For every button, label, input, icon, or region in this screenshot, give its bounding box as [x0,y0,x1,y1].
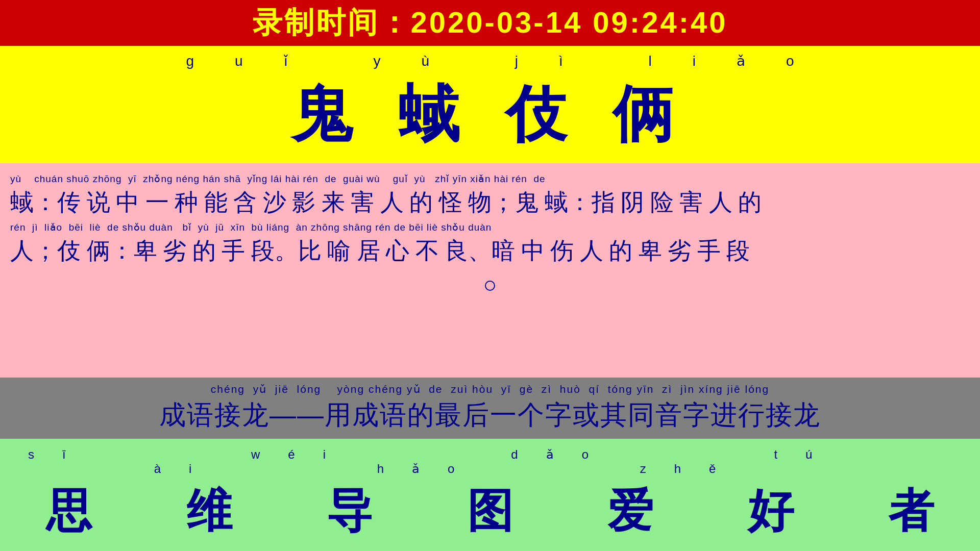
idiom-section: guǐ yù jì liǎo 鬼 蜮 伎 俩 [0,46,980,163]
explanation-section: yù chuán shuō zhōng yī zhǒng néng hán sh… [0,163,980,378]
header-bar: 录制时间：2020-03-14 09:24:40 [0,0,980,46]
jielong-pinyin: chéng yǔ jiē lóng yòng chéng yǔ de zuì h… [211,383,769,395]
bottom-characters: 思 维 导 图 爱 好 者 [5,480,975,542]
explanation-pinyin-line1: yù chuán shuō zhōng yī zhǒng néng hán sh… [10,172,970,186]
explanation-hanzi-line2: 人；伎 俩：卑 劣 的 手 段。比 喻 居 心 不 良、暗 中 伤 人 的 卑 … [10,235,970,267]
idiom-pinyin: guǐ yù jì liǎo [145,53,835,69]
recording-time-title: 录制时间：2020-03-14 09:24:40 [253,3,728,43]
bottom-section: sī wéi dǎo tú ài hǎo zhě 思 维 导 图 爱 好 者 [0,439,980,551]
explanation-pinyin-line2: rén jì liǎo bēi liè de shǒu duàn bǐ yù j… [10,221,970,235]
idiom-characters: 鬼 蜮 伎 俩 [291,73,689,157]
jielong-text: 成语接龙——用成语的最后一个字或其同音字进行接龙 [159,397,821,433]
circle-marker [485,281,495,291]
explanation-hanzi-line1: 蜮：传 说 中 一 种 能 含 沙 影 来 害 人 的 怪 物；鬼 蜮：指 阴 … [10,186,970,219]
jielong-section: chéng yǔ jiē lóng yòng chéng yǔ de zuì h… [0,378,980,439]
bottom-pinyin: sī wéi dǎo tú ài hǎo zhě [0,447,980,476]
